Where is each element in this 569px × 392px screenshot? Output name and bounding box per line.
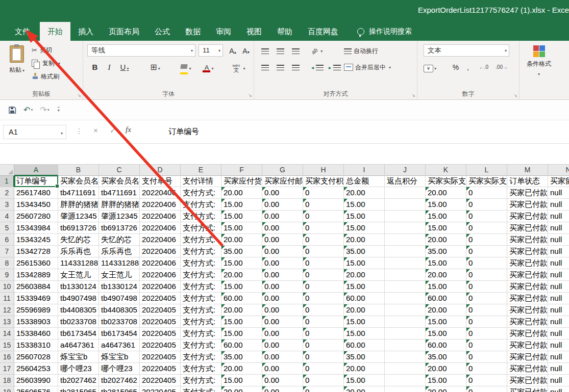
decrease-indent-button[interactable]: ◂: [311, 61, 324, 73]
cell-A7[interactable]: 15342728: [14, 246, 58, 257]
cell-K17[interactable]: 20.00: [426, 363, 466, 375]
cell-M16[interactable]: 买家已付款: [507, 351, 548, 363]
cell-I2[interactable]: 20.00: [344, 187, 385, 199]
cell-D14[interactable]: 20220405: [140, 328, 181, 339]
cell-I1[interactable]: 总金额: [344, 175, 385, 187]
cell-E19[interactable]: 支付方式:: [181, 386, 221, 392]
cell-H7[interactable]: 0: [303, 246, 344, 257]
row-header-4[interactable]: 4: [0, 211, 14, 222]
comma-style-button[interactable]: ,: [464, 61, 472, 73]
cell-A10[interactable]: 25603884: [14, 281, 58, 293]
cell-H9[interactable]: 0: [303, 269, 344, 281]
cell-N7[interactable]: null: [548, 246, 569, 257]
cell-N2[interactable]: null: [548, 187, 569, 199]
cell-A9[interactable]: 15342889: [14, 269, 58, 281]
cell-B2[interactable]: tb4711691: [58, 187, 99, 199]
cell-I6[interactable]: 20.00: [344, 234, 385, 246]
cell-L12[interactable]: 0: [466, 304, 507, 316]
cell-K7[interactable]: 35.00: [426, 246, 466, 257]
select-all-corner[interactable]: [0, 165, 14, 176]
cell-H6[interactable]: 0: [303, 234, 344, 246]
tab-home[interactable]: 开始: [40, 22, 70, 41]
cell-L14[interactable]: 0: [466, 328, 507, 339]
row-header-15[interactable]: 15: [0, 339, 14, 351]
row-header-6[interactable]: 6: [0, 234, 14, 246]
cell-I10[interactable]: 15.00: [344, 281, 385, 293]
underline-button[interactable]: U: [117, 61, 132, 73]
cell-C18[interactable]: tb2027462: [99, 375, 140, 386]
cell-J16[interactable]: [385, 351, 426, 363]
cell-B15[interactable]: a4647361: [58, 339, 99, 351]
row-header-2[interactable]: 2: [0, 187, 14, 199]
cell-C6[interactable]: 失忆的芯: [99, 234, 140, 246]
cell-E3[interactable]: 支付方式:: [181, 199, 221, 211]
cell-G15[interactable]: 0.00: [262, 339, 303, 351]
cell-M8[interactable]: 买家已付款: [507, 257, 548, 269]
cell-D17[interactable]: 20220405: [140, 363, 181, 375]
cell-B3[interactable]: 胖胖的猪猪: [58, 199, 99, 211]
cell-D11[interactable]: 20220405: [140, 293, 181, 304]
cell-K2[interactable]: 20.00: [426, 187, 466, 199]
cell-B12[interactable]: tb4408305: [58, 304, 99, 316]
cell-I17[interactable]: 20.00: [344, 363, 385, 375]
cell-G14[interactable]: 0.00: [262, 328, 303, 339]
cell-K8[interactable]: 15.00: [426, 257, 466, 269]
cell-J4[interactable]: [385, 211, 426, 222]
decrease-font-size-button[interactable]: A▾: [240, 45, 252, 57]
cell-D15[interactable]: 20220405: [140, 339, 181, 351]
cell-B16[interactable]: 烁宝宝b: [58, 351, 99, 363]
cell-D3[interactable]: 20220406: [140, 199, 181, 211]
align-left-button[interactable]: [261, 61, 269, 73]
cell-J8[interactable]: [385, 257, 426, 269]
tab-data[interactable]: 数据: [178, 22, 208, 41]
save-button[interactable]: [6, 105, 18, 115]
cell-E4[interactable]: 支付方式:: [181, 211, 221, 222]
cell-K12[interactable]: 20.00: [426, 304, 466, 316]
cell-B6[interactable]: 失忆的芯: [58, 234, 99, 246]
cell-J5[interactable]: [385, 222, 426, 234]
cell-A4[interactable]: 25607280: [14, 211, 58, 222]
cell-C13[interactable]: tb0233708: [99, 316, 140, 328]
cell-M6[interactable]: 买家已付款: [507, 234, 548, 246]
cell-F10[interactable]: 15.00: [221, 281, 262, 293]
cell-A12[interactable]: 25596989: [14, 304, 58, 316]
cell-B9[interactable]: 女王范儿: [58, 269, 99, 281]
cell-N12[interactable]: null: [548, 304, 569, 316]
cell-H14[interactable]: 0: [303, 328, 344, 339]
cell-J12[interactable]: [385, 304, 426, 316]
cell-B1[interactable]: 买家会员名: [58, 175, 99, 187]
cell-J2[interactable]: [385, 187, 426, 199]
cell-D16[interactable]: 20220405: [140, 351, 181, 363]
cell-M13[interactable]: 买家已付款: [507, 316, 548, 328]
cell-N11[interactable]: null: [548, 293, 569, 304]
cell-L11[interactable]: 0: [466, 293, 507, 304]
cell-F16[interactable]: 35.00: [221, 351, 262, 363]
cell-H16[interactable]: 0: [303, 351, 344, 363]
cell-M7[interactable]: 买家已付款: [507, 246, 548, 257]
tab-view[interactable]: 视图: [239, 22, 269, 41]
cell-C15[interactable]: a4647361: [99, 339, 140, 351]
row-header-3[interactable]: 3: [0, 199, 14, 211]
cell-J17[interactable]: [385, 363, 426, 375]
cell-N9[interactable]: null: [548, 269, 569, 281]
number-format-select[interactable]: 文本: [424, 44, 509, 57]
borders-button[interactable]: [147, 61, 163, 73]
cell-N6[interactable]: null: [548, 234, 569, 246]
cell-G18[interactable]: 0.00: [262, 375, 303, 386]
cell-D18[interactable]: 20220405: [140, 375, 181, 386]
cell-J1[interactable]: 返点积分: [385, 175, 426, 187]
phonetic-guide-button[interactable]: wén文: [230, 61, 248, 73]
cell-D7[interactable]: 20220406: [140, 246, 181, 257]
cell-M15[interactable]: 买家已付款: [507, 339, 548, 351]
cancel-icon[interactable]: ×: [93, 126, 98, 135]
cell-I8[interactable]: 15.00: [344, 257, 385, 269]
cell-E7[interactable]: 支付方式:: [181, 246, 221, 257]
cell-E8[interactable]: 支付方式:: [181, 257, 221, 269]
cell-F8[interactable]: 15.00: [221, 257, 262, 269]
tab-insert[interactable]: 插入: [70, 22, 101, 41]
accounting-format-button[interactable]: ¥: [424, 61, 436, 73]
cell-N8[interactable]: null: [548, 257, 569, 269]
bold-button[interactable]: B: [89, 61, 101, 73]
column-header-A[interactable]: A: [14, 165, 58, 176]
cell-A6[interactable]: 15343245: [14, 234, 58, 246]
